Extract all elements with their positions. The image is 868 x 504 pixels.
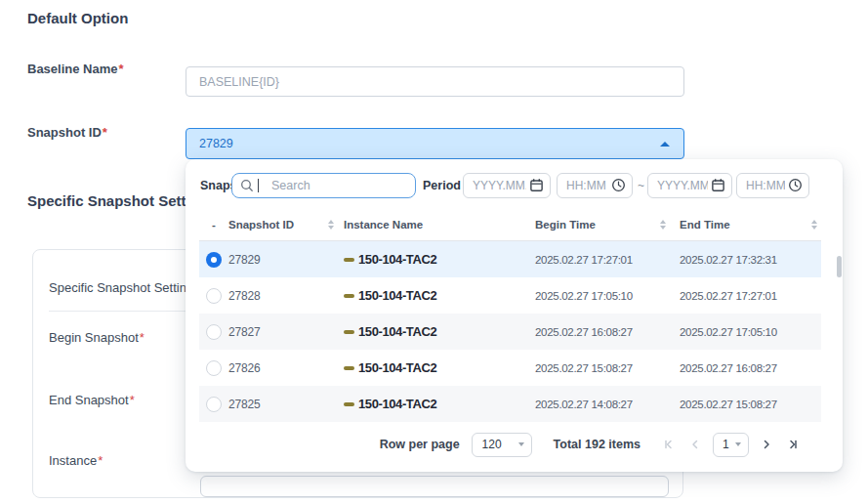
last-page-icon[interactable] [784, 436, 802, 453]
table-row[interactable]: 27826 150-104-TAC2 2025.02.27 15:08:27 2… [199, 350, 821, 386]
instance-label: Instance* [49, 453, 103, 468]
column-snapshot-id: Snapshot ID [228, 219, 344, 231]
first-page-icon[interactable] [660, 436, 678, 453]
baseline-name-label: Baseline Name* [27, 62, 124, 76]
search-icon [239, 178, 255, 193]
table-header: - Snapshot ID Instance Name Begin Time E… [199, 208, 821, 241]
page-title: Default Option [27, 10, 128, 26]
table-row[interactable]: 27825 150-104-TAC2 2025.02.27 14:08:27 2… [199, 386, 821, 422]
cell-instance-name: 150-104-TAC2 [344, 324, 535, 339]
table-rows: 27829 150-104-TAC2 2025.02.27 17:27:01 2… [199, 241, 821, 423]
table-row[interactable]: 27828 150-104-TAC2 2025.02.27 17:05:10 2… [199, 277, 821, 314]
page-select[interactable]: 1 [713, 433, 749, 457]
table-footer: Row per page 120 Total 192 items 1 [186, 431, 802, 458]
rows-per-page-label: Row per page [380, 438, 460, 451]
instance-dash-icon [344, 366, 354, 370]
column-end-time: End Time [680, 219, 821, 231]
row-radio[interactable] [206, 397, 222, 412]
period-label: Period [423, 173, 461, 198]
baseline-name-field[interactable] [186, 66, 684, 97]
end-snapshot-label: End Snapshot* [49, 393, 135, 407]
snapshot-form-page: Default Option Baseline Name* Snapshot I… [0, 0, 868, 504]
cell-begin-time: 2025.02.27 14:08:27 [535, 399, 680, 410]
specific-settings-row-label: Specific Snapshot Settings [49, 280, 200, 295]
instance-dash-icon [344, 330, 354, 334]
cell-snapshot-id: 27828 [228, 289, 344, 303]
snapshot-id-select[interactable]: 27829 [186, 128, 684, 159]
sort-icon[interactable] [660, 220, 666, 230]
rows-per-page-select[interactable]: 120 [472, 433, 532, 457]
required-mark: * [103, 125, 107, 140]
instance-dash-icon [344, 294, 354, 298]
instance-dash-icon [344, 258, 354, 262]
cell-begin-time: 2025.02.27 17:05:10 [535, 290, 680, 302]
cell-end-time: 2025.02.27 16:08:27 [680, 362, 821, 374]
scrollbar-thumb[interactable] [837, 256, 842, 277]
cell-end-time: 2025.02.27 17:27:01 [680, 290, 821, 302]
snapshot-search-box [231, 173, 416, 198]
clock-icon[interactable] [788, 178, 803, 192]
cell-begin-time: 2025.02.27 15:08:27 [535, 362, 680, 374]
column-instance-name: Instance Name [344, 219, 535, 231]
snapshot-search-input[interactable] [231, 173, 416, 198]
next-page-icon[interactable] [758, 436, 775, 453]
cell-instance-name: 150-104-TAC2 [344, 397, 535, 411]
cell-snapshot-id: 27825 [228, 398, 344, 411]
cell-end-time: 2025.02.27 17:32:31 [680, 254, 821, 266]
column-begin-time: Begin Time [535, 219, 680, 231]
period-tilde: ~ [638, 173, 644, 198]
instance-dash-icon [344, 402, 354, 406]
row-radio[interactable] [206, 360, 222, 376]
page-value: 1 [723, 438, 729, 451]
total-items-label: Total 192 items [554, 438, 641, 451]
row-radio[interactable] [206, 324, 222, 340]
required-mark: * [140, 330, 145, 345]
cell-snapshot-id: 27826 [228, 361, 344, 375]
row-radio[interactable] [206, 252, 222, 268]
column-radio: - [199, 219, 228, 231]
cell-instance-name: 150-104-TAC2 [344, 360, 535, 375]
cell-end-time: 2025.02.27 17:05:10 [680, 326, 821, 338]
table-row[interactable]: 27829 150-104-TAC2 2025.02.27 17:27:01 2… [199, 241, 821, 277]
cell-end-time: 2025.02.27 15:08:27 [680, 399, 821, 410]
pagination: 1 [660, 433, 802, 457]
sort-icon[interactable] [328, 220, 334, 230]
rows-per-page-value: 120 [482, 438, 502, 451]
period-date-to [647, 173, 732, 198]
cell-begin-time: 2025.02.27 16:08:27 [535, 326, 680, 338]
cell-snapshot-id: 27829 [228, 253, 344, 267]
row-radio[interactable] [206, 288, 222, 304]
table-row[interactable]: 27827 150-104-TAC2 2025.02.27 16:08:27 2… [199, 314, 821, 350]
clock-icon[interactable] [611, 178, 626, 192]
prev-page-icon[interactable] [686, 436, 704, 453]
instance-field[interactable] [200, 476, 669, 497]
sort-icon[interactable] [811, 220, 817, 230]
snapshot-id-label: Snapshot ID* [27, 125, 107, 140]
required-mark: * [130, 393, 135, 407]
period-date-from [463, 173, 551, 198]
calendar-icon[interactable] [529, 178, 544, 192]
caret-up-icon [660, 142, 670, 147]
cell-instance-name: 150-104-TAC2 [344, 252, 535, 267]
snapshot-dropdown-panel: Snapshot ID Period ~ - Snapshot ID I [186, 159, 843, 472]
text-cursor [258, 179, 259, 192]
begin-snapshot-label: Begin Snapshot* [49, 330, 145, 345]
period-time-from [557, 173, 633, 198]
cell-begin-time: 2025.02.27 17:27:01 [535, 254, 680, 266]
caret-down-icon [518, 442, 524, 446]
calendar-icon[interactable] [711, 178, 725, 192]
snapshot-id-value: 27829 [199, 137, 233, 150]
period-time-to [736, 173, 809, 198]
caret-down-icon [735, 442, 741, 446]
cell-snapshot-id: 27827 [228, 325, 344, 339]
required-mark: * [98, 453, 103, 468]
required-mark: * [119, 62, 124, 76]
cell-instance-name: 150-104-TAC2 [344, 288, 535, 303]
